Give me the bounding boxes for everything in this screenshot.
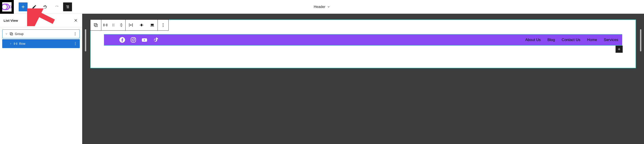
svg-point-38 bbox=[132, 39, 134, 41]
transform-block-button[interactable] bbox=[101, 20, 109, 30]
svg-rect-11 bbox=[14, 43, 15, 45]
tree-item-group[interactable]: Group bbox=[2, 29, 80, 38]
svg-point-16 bbox=[75, 45, 76, 45]
tree-toggle[interactable] bbox=[4, 33, 9, 35]
add-block-button[interactable] bbox=[19, 2, 28, 11]
align-button[interactable] bbox=[136, 20, 147, 30]
tree-item-label: Row bbox=[19, 42, 73, 45]
svg-point-34 bbox=[163, 25, 163, 25]
svg-point-33 bbox=[163, 23, 163, 24]
group-block-icon bbox=[9, 32, 14, 36]
editor-canvas[interactable]: About Us Blog Contact Us Home Services bbox=[82, 14, 644, 144]
svg-rect-20 bbox=[106, 24, 107, 26]
svg-rect-27 bbox=[132, 23, 133, 27]
svg-rect-19 bbox=[104, 24, 104, 26]
move-block-button[interactable] bbox=[117, 20, 125, 30]
svg-point-8 bbox=[75, 32, 76, 33]
listview-icon bbox=[65, 4, 70, 9]
svg-rect-2 bbox=[66, 5, 69, 6]
svg-point-0 bbox=[2, 4, 7, 9]
tree-item-row[interactable]: Row bbox=[2, 39, 80, 48]
instagram-icon[interactable] bbox=[130, 37, 136, 43]
svg-point-14 bbox=[75, 42, 76, 43]
tree-item-label: Group bbox=[15, 32, 72, 36]
justify-button[interactable] bbox=[126, 20, 136, 30]
svg-rect-7 bbox=[11, 33, 13, 35]
svg-point-9 bbox=[75, 34, 76, 34]
listview-header: List View bbox=[0, 14, 82, 27]
close-listview-button[interactable] bbox=[73, 18, 78, 23]
svg-rect-3 bbox=[67, 7, 69, 7]
svg-rect-32 bbox=[150, 26, 154, 27]
redo-button bbox=[52, 2, 61, 11]
page-inner: About Us Blog Contact Us Home Services bbox=[91, 34, 636, 46]
nav-link[interactable]: Home bbox=[587, 38, 597, 42]
redo-icon bbox=[54, 4, 59, 9]
tree-item-options[interactable] bbox=[73, 42, 78, 46]
full-width-icon bbox=[150, 23, 155, 27]
editor-main: List View Group bbox=[0, 14, 644, 144]
svg-rect-26 bbox=[129, 23, 130, 27]
plus-icon bbox=[21, 4, 26, 9]
close-icon bbox=[74, 18, 78, 22]
svg-point-22 bbox=[112, 24, 113, 25]
undo-icon bbox=[43, 4, 48, 9]
listview-button[interactable] bbox=[63, 2, 72, 11]
more-vertical-icon bbox=[73, 42, 77, 46]
justify-space-between-icon bbox=[128, 23, 133, 27]
svg-point-35 bbox=[163, 26, 163, 27]
tree-toggle[interactable] bbox=[8, 42, 13, 45]
divi-logo-icon: D bbox=[2, 2, 12, 11]
move-updown-icon bbox=[119, 23, 124, 27]
block-toolbar bbox=[90, 19, 169, 31]
svg-rect-18 bbox=[95, 24, 97, 27]
svg-point-15 bbox=[75, 43, 76, 44]
header-nav: About Us Blog Contact Us Home Services bbox=[525, 38, 618, 42]
editor-tools bbox=[19, 2, 72, 11]
svg-rect-30 bbox=[141, 24, 142, 26]
chevron-right-icon bbox=[9, 42, 12, 45]
template-page[interactable]: About Us Blog Contact Us Home Services bbox=[90, 19, 636, 68]
plus-icon bbox=[617, 47, 621, 51]
svg-rect-28 bbox=[130, 24, 131, 26]
svg-point-10 bbox=[75, 35, 76, 35]
facebook-icon[interactable] bbox=[119, 37, 125, 43]
row-block-icon bbox=[13, 42, 18, 46]
listview-panel: List View Group bbox=[0, 14, 82, 144]
site-logo[interactable]: D bbox=[0, 0, 14, 14]
block-appender-button[interactable] bbox=[616, 46, 623, 53]
nav-link[interactable]: Services bbox=[604, 38, 618, 42]
svg-point-25 bbox=[114, 25, 114, 26]
header-row-block[interactable]: About Us Blog Contact Us Home Services bbox=[104, 34, 622, 46]
row-icon bbox=[103, 23, 108, 27]
chevron-down-icon bbox=[5, 33, 8, 35]
youtube-icon[interactable] bbox=[141, 37, 148, 43]
svg-rect-31 bbox=[151, 24, 154, 26]
svg-point-23 bbox=[114, 24, 114, 25]
drag-icon bbox=[111, 23, 116, 27]
edit-button[interactable] bbox=[30, 2, 39, 11]
block-tree: Group Row bbox=[0, 27, 82, 50]
nav-link[interactable]: Blog bbox=[547, 38, 555, 42]
block-options-button[interactable] bbox=[158, 20, 168, 30]
nav-link[interactable]: About Us bbox=[525, 38, 541, 42]
undo-button[interactable] bbox=[41, 2, 50, 11]
document-title-dropdown[interactable]: Header bbox=[314, 5, 330, 9]
svg-text:D: D bbox=[9, 5, 12, 9]
width-button[interactable] bbox=[147, 20, 158, 30]
select-parent-button[interactable] bbox=[90, 20, 101, 30]
document-title-text: Header bbox=[314, 5, 325, 9]
svg-point-24 bbox=[112, 25, 113, 26]
scroll-indicator bbox=[640, 29, 641, 51]
listview-title: List View bbox=[4, 19, 18, 22]
nav-link[interactable]: Contact Us bbox=[562, 38, 580, 42]
more-vertical-icon bbox=[161, 23, 166, 27]
svg-rect-4 bbox=[67, 7, 69, 8]
social-icons bbox=[108, 37, 159, 43]
more-vertical-icon bbox=[73, 32, 77, 36]
drag-handle[interactable] bbox=[109, 20, 117, 30]
pencil-icon bbox=[32, 4, 37, 9]
tiktok-icon[interactable] bbox=[152, 37, 159, 43]
tree-item-options[interactable] bbox=[72, 32, 78, 36]
align-center-icon bbox=[139, 23, 144, 27]
